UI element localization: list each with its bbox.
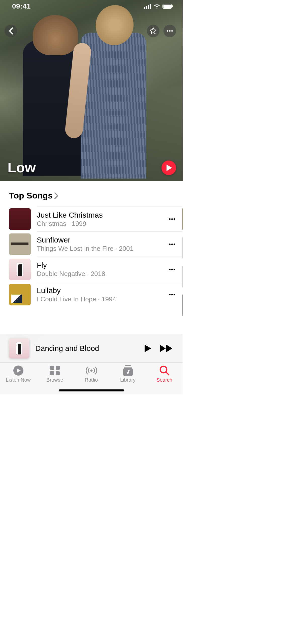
tab-search[interactable]: Search	[147, 365, 182, 394]
more-button[interactable]	[163, 25, 176, 37]
ellipsis-icon	[169, 268, 175, 270]
svg-point-9	[171, 30, 173, 32]
top-songs-list: Just Like Christmas Christmas · 1999 Sun…	[9, 207, 183, 319]
svg-rect-28	[125, 365, 131, 366]
album-art	[182, 294, 183, 316]
ellipsis-icon	[167, 30, 173, 32]
back-button[interactable]	[5, 25, 17, 37]
now-playing-bar[interactable]: Dancing and Blood	[0, 334, 183, 362]
status-indicators	[144, 4, 173, 9]
status-time: 09:41	[12, 2, 31, 10]
top-songs-section: Top Songs Just Like Christmas Christmas …	[0, 181, 183, 319]
song-more-button[interactable]	[166, 257, 182, 282]
svg-line-32	[166, 372, 169, 375]
tab-label: Search	[156, 377, 172, 383]
library-icon	[123, 365, 133, 376]
svg-point-19	[169, 294, 171, 295]
song-subtitle: Things We Lost In the Fire · 2001	[37, 245, 166, 253]
svg-rect-29	[124, 367, 132, 368]
svg-rect-5	[163, 5, 171, 8]
song-more-button[interactable]	[166, 282, 182, 307]
svg-point-8	[169, 30, 171, 32]
grid-icon	[50, 366, 60, 375]
album-art	[9, 259, 31, 280]
svg-point-10	[169, 218, 171, 220]
search-icon	[159, 366, 170, 376]
svg-rect-2	[148, 5, 149, 9]
ellipsis-icon	[169, 218, 175, 220]
cellular-icon	[144, 4, 151, 9]
play-button[interactable]	[143, 342, 153, 354]
song-more-button[interactable]	[166, 207, 182, 232]
album-art	[182, 208, 183, 230]
song-subtitle: Christmas · 1999	[37, 220, 166, 228]
svg-point-15	[174, 244, 175, 245]
svg-point-13	[169, 244, 171, 245]
favorite-button[interactable]	[147, 25, 159, 37]
song-more-button[interactable]	[166, 232, 182, 257]
song-subtitle: I Could Live In Hope · 1994	[37, 295, 166, 303]
forward-icon	[160, 345, 173, 352]
star-icon	[149, 27, 157, 35]
svg-point-16	[169, 269, 171, 270]
svg-point-7	[167, 30, 168, 32]
svg-rect-0	[144, 7, 145, 9]
song-title: Lullaby	[37, 286, 166, 295]
chevron-right-icon	[54, 192, 59, 199]
svg-point-14	[171, 244, 173, 245]
song-row[interactable]: Lullaby I Could Live In Hope · 1994	[9, 282, 182, 307]
status-bar: 09:41	[0, 0, 183, 13]
artist-hero: Low	[0, 0, 183, 181]
now-playing-title: Dancing and Blood	[35, 344, 137, 353]
song-title: Sunflower	[37, 236, 166, 244]
tab-label: Browse	[46, 377, 63, 383]
ellipsis-icon	[169, 294, 175, 296]
ellipsis-icon	[169, 243, 175, 245]
song-subtitle: Double Negative · 2018	[37, 270, 166, 278]
tab-label: Library	[120, 377, 136, 383]
next-page-peek[interactable]	[182, 207, 183, 319]
album-art	[182, 266, 183, 287]
album-art	[9, 208, 31, 230]
play-circle-icon	[13, 365, 24, 376]
song-row[interactable]: Sunflower Things We Lost In the Fire · 2…	[9, 232, 182, 257]
svg-rect-3	[150, 4, 151, 9]
svg-rect-25	[50, 371, 54, 375]
album-art	[182, 237, 183, 259]
svg-rect-1	[146, 6, 147, 9]
tab-label: Radio	[85, 377, 98, 383]
section-title: Top Songs	[9, 191, 53, 200]
tab-listen-now[interactable]: Listen Now	[1, 365, 36, 394]
svg-point-21	[174, 294, 175, 295]
svg-rect-24	[56, 366, 60, 370]
album-art	[9, 233, 31, 255]
home-indicator[interactable]	[59, 389, 124, 391]
tab-label: Listen Now	[6, 377, 31, 383]
song-title: Fly	[37, 261, 166, 269]
svg-point-11	[171, 218, 173, 220]
artist-photo	[81, 33, 146, 179]
svg-rect-23	[50, 366, 54, 370]
svg-point-20	[171, 294, 173, 295]
svg-rect-6	[172, 5, 173, 7]
radio-icon	[86, 366, 97, 375]
next-button[interactable]	[159, 342, 174, 354]
top-songs-header[interactable]: Top Songs	[9, 191, 183, 200]
song-row[interactable]: Just Like Christmas Christmas · 1999	[9, 207, 182, 232]
now-playing-art	[9, 338, 29, 358]
artist-name: Low	[8, 159, 36, 176]
song-title: Just Like Christmas	[37, 211, 166, 219]
play-button[interactable]	[161, 160, 176, 175]
svg-point-18	[174, 269, 175, 270]
play-icon	[167, 165, 172, 171]
chevron-left-icon	[9, 27, 13, 34]
svg-point-27	[90, 369, 92, 372]
svg-point-17	[171, 269, 173, 270]
album-art	[9, 284, 31, 305]
play-icon	[145, 345, 151, 352]
battery-icon	[162, 4, 173, 9]
svg-rect-26	[56, 371, 60, 375]
song-row[interactable]: Fly Double Negative · 2018	[9, 257, 182, 282]
wifi-icon	[153, 4, 160, 9]
svg-point-12	[174, 218, 175, 220]
